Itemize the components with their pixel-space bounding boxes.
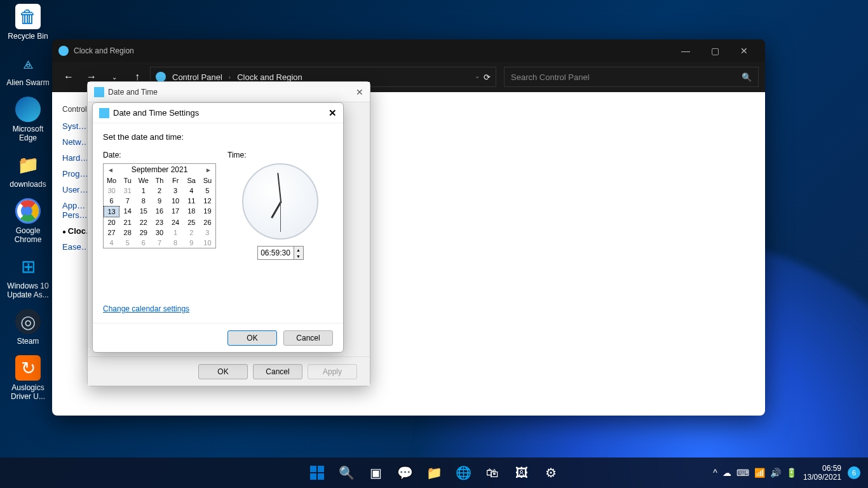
calendar-day[interactable]: 3 bbox=[168, 186, 184, 196]
onedrive-icon[interactable]: ☁ bbox=[722, 468, 731, 478]
keyboard-icon[interactable]: ⌨ bbox=[736, 468, 749, 478]
calendar-day[interactable]: 13 bbox=[104, 206, 119, 217]
calendar-day[interactable]: 22 bbox=[135, 217, 151, 227]
calendar-day[interactable]: 4 bbox=[184, 186, 200, 196]
calendar-day[interactable]: 11 bbox=[184, 196, 200, 206]
calendar-day[interactable]: 10 bbox=[200, 238, 215, 248]
apply-button[interactable]: Apply bbox=[308, 364, 357, 379]
breadcrumb-root[interactable]: Control Panel bbox=[172, 72, 222, 82]
calendar-day[interactable]: 18 bbox=[184, 206, 200, 217]
spin-up[interactable]: ▲ bbox=[294, 247, 303, 253]
change-calendar-settings-link[interactable]: Change calendar settings bbox=[103, 304, 189, 313]
calendar-day[interactable]: 3 bbox=[200, 227, 215, 238]
calendar-day[interactable]: 24 bbox=[168, 217, 184, 227]
calendar-day[interactable]: 16 bbox=[151, 206, 167, 217]
calendar-day[interactable]: 4 bbox=[104, 238, 119, 248]
search-input[interactable]: Search Control Panel 🔍 bbox=[504, 67, 759, 87]
desktop-icon-edge[interactable]: Microsoft Edge bbox=[4, 97, 52, 142]
prev-month-button[interactable]: ◄ bbox=[107, 166, 114, 173]
time-input[interactable] bbox=[258, 248, 294, 257]
dts-titlebar[interactable]: Date and Time Settings ✕ bbox=[93, 103, 343, 123]
calendar-day[interactable]: 10 bbox=[168, 196, 184, 206]
calendar-day[interactable]: 30 bbox=[151, 227, 167, 238]
calendar-day[interactable]: 9 bbox=[151, 196, 167, 206]
store-button[interactable]: 🛍 bbox=[480, 460, 505, 485]
calendar-day[interactable]: 6 bbox=[104, 196, 119, 206]
tray-clock[interactable]: 06:59 13/09/2021 bbox=[803, 464, 841, 482]
calendar-day[interactable]: 7 bbox=[151, 238, 167, 248]
calendar-day[interactable]: 6 bbox=[135, 238, 151, 248]
calendar-day[interactable]: 8 bbox=[135, 196, 151, 206]
breadcrumb-leaf[interactable]: Clock and Region bbox=[237, 72, 302, 82]
calendar-day[interactable]: 27 bbox=[104, 227, 119, 238]
battery-icon[interactable]: 🔋 bbox=[786, 468, 797, 478]
desktop-icon-auslogics[interactable]: ↻Auslogics Driver U... bbox=[4, 355, 52, 401]
desktop-icon-steam[interactable]: ◎Steam bbox=[4, 309, 52, 346]
desktop-icon-alien-swarm[interactable]: ⟁Alien Swarm bbox=[4, 50, 52, 87]
desktop-icon-downloads[interactable]: 📁downloads bbox=[4, 152, 52, 189]
close-button[interactable]: ✕ bbox=[729, 39, 759, 62]
close-icon[interactable]: ✕ bbox=[356, 87, 363, 97]
calendar-day[interactable]: 9 bbox=[184, 238, 200, 248]
calendar-day[interactable]: 12 bbox=[200, 196, 215, 206]
calendar-day[interactable]: 20 bbox=[104, 217, 119, 227]
calendar-day[interactable]: 29 bbox=[135, 227, 151, 238]
calendar-day[interactable]: 1 bbox=[168, 227, 184, 238]
desktop-icon-chrome[interactable]: Google Chrome bbox=[4, 198, 52, 244]
calendar-day[interactable]: 19 bbox=[200, 206, 215, 217]
icon-label: Microsoft Edge bbox=[4, 125, 52, 142]
calendar-day[interactable]: 5 bbox=[119, 238, 135, 248]
calendar-day[interactable]: 15 bbox=[135, 206, 151, 217]
minimize-button[interactable]: — bbox=[671, 39, 700, 62]
cancel-button[interactable]: Cancel bbox=[283, 330, 333, 346]
close-icon[interactable]: ✕ bbox=[329, 107, 337, 119]
calendar-day[interactable]: 17 bbox=[168, 206, 184, 217]
calendar-day[interactable]: 2 bbox=[151, 186, 167, 196]
search-icon[interactable]: 🔍 bbox=[742, 72, 752, 82]
calendar-day[interactable]: 1 bbox=[135, 186, 151, 196]
calendar-day[interactable]: 7 bbox=[119, 196, 135, 206]
calendar-day[interactable]: 21 bbox=[119, 217, 135, 227]
calendar-day[interactable]: 2 bbox=[184, 227, 200, 238]
ok-button[interactable]: OK bbox=[227, 330, 277, 346]
calendar-month[interactable]: September 2021 bbox=[132, 165, 188, 174]
volume-icon[interactable]: 🔊 bbox=[770, 468, 781, 478]
desktop-icon-win10update[interactable]: ⊞Windows 10 Update As... bbox=[4, 254, 52, 299]
file-explorer-button[interactable]: 📁 bbox=[421, 460, 447, 485]
edge-button[interactable]: 🌐 bbox=[451, 460, 476, 485]
ok-button[interactable]: OK bbox=[198, 364, 248, 379]
refresh-icon[interactable]: ⟳ bbox=[484, 72, 491, 82]
wifi-icon[interactable]: 📶 bbox=[754, 468, 765, 478]
icon-label: downloads bbox=[10, 180, 46, 189]
cancel-button[interactable]: Cancel bbox=[253, 364, 302, 379]
calendar-day[interactable]: 5 bbox=[200, 186, 215, 196]
dt-titlebar[interactable]: Date and Time ✕ bbox=[88, 82, 370, 102]
chat-button[interactable]: 💬 bbox=[392, 460, 417, 485]
auslogics-icon: ↻ bbox=[15, 355, 41, 381]
search-button[interactable]: 🔍 bbox=[334, 460, 359, 485]
cp-titlebar[interactable]: Clock and Region — ▢ ✕ bbox=[52, 39, 765, 62]
calendar-day[interactable]: 30 bbox=[104, 186, 119, 196]
calendar-day[interactable]: 23 bbox=[151, 217, 167, 227]
calendar-day[interactable]: 26 bbox=[200, 217, 215, 227]
desktop-icon-recycle-bin[interactable]: 🗑Recycle Bin bbox=[4, 4, 52, 41]
task-view-button[interactable]: ▣ bbox=[363, 460, 388, 485]
start-button[interactable] bbox=[304, 460, 330, 485]
calendar-day[interactable]: 31 bbox=[119, 186, 135, 196]
dts-instruction: Set the date and time: bbox=[103, 132, 333, 142]
maximize-button[interactable]: ▢ bbox=[700, 39, 729, 62]
calendar-day[interactable]: 14 bbox=[119, 206, 135, 217]
calendar-day[interactable]: 25 bbox=[184, 217, 200, 227]
photos-button[interactable]: 🖼 bbox=[509, 460, 534, 485]
settings-button[interactable]: ⚙ bbox=[538, 460, 564, 485]
calendar-day[interactable]: 8 bbox=[168, 238, 184, 248]
notification-badge[interactable]: 6 bbox=[848, 466, 860, 479]
next-month-button[interactable]: ► bbox=[205, 166, 212, 173]
spin-down[interactable]: ▼ bbox=[294, 253, 303, 259]
search-placeholder: Search Control Panel bbox=[511, 72, 590, 82]
tray-overflow-icon[interactable]: ^ bbox=[713, 468, 717, 478]
calendar-day[interactable]: 28 bbox=[119, 227, 135, 238]
chevron-down-icon[interactable]: ⌄ bbox=[475, 72, 480, 82]
time-spinner[interactable]: ▲▼ bbox=[294, 247, 303, 259]
nav-back-button[interactable]: ← bbox=[58, 67, 79, 87]
